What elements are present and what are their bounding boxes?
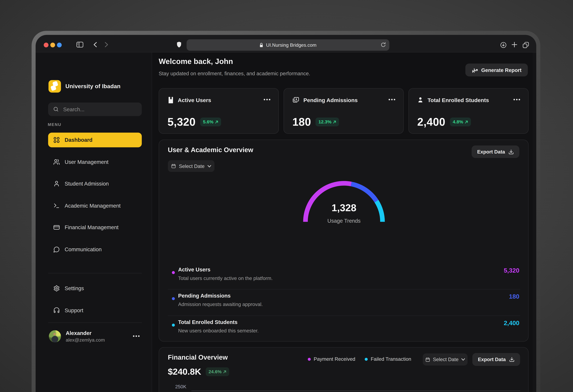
export-data-button[interactable]: Export Data [472, 353, 520, 366]
person-icon [417, 97, 424, 103]
zoom-window-button[interactable] [57, 42, 61, 47]
list-item-pending-admissions: Pending Admissions Admission requests aw… [168, 289, 520, 316]
sidebar-item-communication[interactable]: Communication [48, 242, 142, 257]
lock-icon [259, 42, 264, 48]
browser-window: UI.Nursing Bridges.com [36, 35, 536, 392]
sidebar-item-label: Dashboard [65, 137, 92, 143]
row-description: New users onboarded this semester. [178, 328, 259, 334]
browser-titlebar: UI.Nursing Bridges.com [36, 35, 536, 53]
photo-stack-icon [292, 97, 300, 103]
search-input[interactable] [62, 106, 134, 113]
url-text: UI.Nursing Bridges.com [266, 42, 316, 48]
list-item-active-users: Active Users Total users currently activ… [168, 263, 520, 289]
row-description: Admission requests awaiting approval. [178, 302, 263, 307]
sidebar-item-label: Academic Management [65, 203, 121, 209]
sidebar-item-settings[interactable]: Settings [48, 281, 142, 296]
reload-icon[interactable] [380, 42, 386, 48]
main-content: Welcome back, John Stay updated on enrol… [152, 53, 533, 392]
shield-icon[interactable] [177, 41, 181, 48]
sidebar-item-label: Support [65, 307, 83, 313]
panel-title: User & Academic Overview [168, 146, 253, 154]
card-more-icon[interactable] [389, 99, 395, 100]
panel-title: Financial Overview [168, 354, 228, 361]
stat-value: 2,400 [417, 116, 445, 128]
university-logo-icon [49, 80, 61, 93]
sidebar-item-label: Settings [65, 285, 84, 291]
row-description: Total users currently active on the plat… [178, 275, 273, 281]
financial-amount: $240.8K [168, 367, 201, 377]
report-chart-icon [472, 67, 478, 73]
new-tab-icon[interactable] [512, 42, 517, 47]
stat-label: Active Users [178, 97, 211, 103]
series-dot [172, 324, 175, 326]
generate-report-button[interactable]: Generate Report [465, 64, 528, 76]
list-item-total-enrolled: Total Enrolled Students New users onboar… [168, 316, 520, 346]
calendar-icon [425, 357, 430, 362]
stat-delta-badge: 4.8% [450, 118, 471, 126]
gear-icon [53, 285, 60, 292]
org-brand: University of Ibadan [49, 80, 121, 93]
row-value: 5,320 [504, 267, 519, 274]
legend-dot [308, 358, 311, 361]
sidebar-toggle-icon[interactable] [76, 41, 83, 48]
forward-icon[interactable] [105, 42, 108, 47]
chat-bubble-icon [53, 246, 60, 252]
tab-overview-icon[interactable] [523, 42, 529, 48]
address-bar[interactable]: UI.Nursing Bridges.com [187, 39, 389, 51]
sidebar-item-academic-management[interactable]: Academic Management [48, 198, 142, 213]
stat-delta-badge: 12.3% [316, 118, 339, 126]
sidebar-divider [48, 273, 142, 273]
select-date-dropdown[interactable]: Select Date [423, 353, 467, 365]
financial-delta-badge: 24.6% [206, 367, 229, 376]
export-data-label: Export Data [477, 149, 505, 154]
sidebar-divider [48, 322, 142, 323]
card-more-icon[interactable] [264, 99, 270, 100]
close-window-button[interactable] [43, 42, 48, 47]
back-icon[interactable] [93, 42, 97, 47]
sidebar-item-user-management[interactable]: User Management [48, 155, 142, 169]
select-date-dropdown[interactable]: Select Date [168, 160, 215, 172]
row-value: 180 [509, 293, 519, 301]
minimize-window-button[interactable] [50, 42, 55, 47]
series-dot [172, 297, 175, 300]
gauge-value: 1,328 [301, 202, 387, 214]
calendar-icon [171, 163, 176, 169]
overview-rows: Active Users Total users currently activ… [168, 263, 520, 346]
chart-gridline [191, 391, 520, 391]
terminal-icon [53, 202, 60, 209]
download-icon [509, 357, 515, 362]
stat-card-active-users: Active Users 5,320 5.6% [159, 88, 279, 134]
sidebar-item-label: User Management [65, 159, 108, 165]
sidebar-item-support[interactable]: Support [48, 303, 142, 318]
arrow-up-right-icon [215, 120, 218, 124]
stat-card-pending-admissions: Pending Admissions 180 12.3% [284, 88, 404, 134]
arrow-up-right-icon [333, 120, 336, 124]
select-date-label: Select Date [433, 357, 459, 362]
card-more-icon[interactable] [514, 99, 520, 100]
sidebar-search[interactable] [48, 103, 142, 116]
row-value: 2,400 [504, 320, 519, 327]
user-icon [53, 180, 60, 187]
sidebar-item-financial-management[interactable]: Financial Management [48, 220, 142, 235]
org-name: University of Ibadan [65, 83, 121, 90]
page-subtitle: Stay updated on enrollment, finances, an… [159, 71, 310, 76]
chevron-down-icon [207, 165, 211, 167]
chevron-down-icon [462, 358, 465, 361]
profile-more-icon[interactable] [133, 336, 140, 337]
user-profile[interactable]: Alexander alex@zemlya.com [49, 330, 142, 342]
users-icon [53, 159, 60, 165]
downloads-icon[interactable] [500, 42, 506, 48]
gauge-label: Usage Trends [301, 218, 387, 224]
sidebar-item-student-admission[interactable]: Student Admission [48, 176, 142, 191]
sidebar-secondary-nav: Settings Support [48, 281, 142, 325]
stat-label: Pending Admissions [304, 97, 358, 103]
sidebar-item-label: Financial Management [65, 224, 119, 230]
legend-failed-transaction: Failed Transaction [365, 356, 411, 362]
sidebar: University of Ibadan MENU Dashboard [36, 53, 152, 392]
export-data-button[interactable]: Export Data [472, 145, 519, 158]
avatar [49, 330, 61, 342]
row-title: Total Enrolled Students [178, 319, 237, 325]
profile-email: alex@zemlya.com [66, 337, 105, 342]
stat-card-total-enrolled: Total Enrolled Students 2,400 4.8% [408, 88, 528, 134]
sidebar-item-dashboard[interactable]: Dashboard [48, 133, 142, 147]
